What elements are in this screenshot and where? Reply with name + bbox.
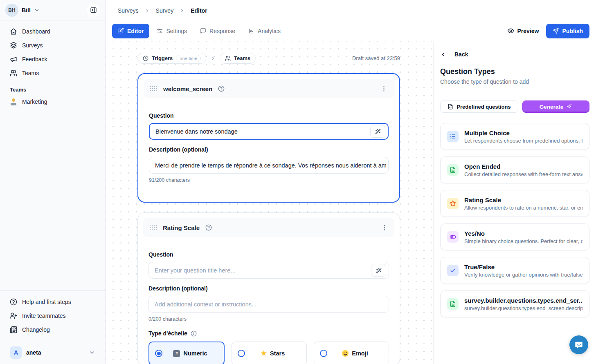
teams-chip[interactable]: Teams: [220, 53, 256, 64]
question-types-panel: Back Question Types Choose the type of q…: [433, 41, 596, 364]
editor-toolbar: Editor Settings Response Analytics Previ…: [106, 21, 596, 41]
tab-analytics[interactable]: Analytics: [243, 24, 286, 38]
eye-icon: [507, 27, 514, 34]
home-icon: [10, 28, 17, 35]
publish-button[interactable]: Publish: [546, 24, 589, 38]
breadcrumb: Surveys Survey Editor: [106, 0, 596, 21]
toggle-icon: [447, 231, 459, 243]
question-input[interactable]: Bienvenue dans notre sondage: [149, 123, 389, 140]
question-type-list: Multiple Choice Let respondents choose f…: [440, 123, 589, 317]
sidebar-item-surveys[interactable]: Surveys: [3, 38, 102, 52]
file-text-icon: [447, 164, 459, 176]
chevron-right-icon: [179, 8, 185, 13]
type-description: Collect detailed responses with free-for…: [464, 171, 583, 177]
tab-response[interactable]: Response: [194, 24, 241, 38]
type-card-open-ended[interactable]: Open Ended Collect detailed responses wi…: [440, 156, 589, 183]
type-description: Simple binary choice questions. Perfect …: [464, 238, 583, 244]
workspace-switcher[interactable]: BH Bill: [0, 0, 105, 20]
question-card-welcome[interactable]: welcome_screen Question Bienvenue dans n…: [137, 73, 400, 203]
card-header[interactable]: welcome_screen: [144, 79, 394, 98]
card-header[interactable]: Rating Scale: [143, 218, 394, 237]
sidebar-item-label: Changelog: [22, 326, 50, 333]
sidebar-item-label: Dashboard: [22, 28, 50, 35]
bar-chart-icon: [248, 28, 254, 34]
scale-option-emoji[interactable]: Emoji: [314, 342, 389, 364]
sidebar-item-label: Feedback: [22, 56, 47, 63]
sidebar-item-dashboard[interactable]: Dashboard: [3, 25, 102, 38]
back-button[interactable]: Back: [440, 51, 589, 58]
workspace-name: Bill: [22, 7, 31, 13]
panel-right-icon: [90, 7, 97, 13]
generate-button[interactable]: Generate: [522, 100, 589, 113]
drag-handle-icon[interactable]: [150, 86, 157, 92]
workspace-avatar: BH: [5, 4, 18, 17]
triggers-chip[interactable]: Triggers one-time: [137, 53, 206, 64]
sidebar-item-invite[interactable]: Invite teammates: [3, 309, 102, 323]
description-input[interactable]: Add additional context or instructions..…: [148, 296, 389, 313]
message-icon: [200, 28, 206, 34]
help-circle-icon[interactable]: [218, 85, 225, 92]
wand-icon: [376, 268, 382, 273]
tab-label: Settings: [166, 28, 187, 34]
type-card-yes-no[interactable]: Yes/No Simple binary choice questions. P…: [440, 223, 589, 250]
kebab-menu-icon[interactable]: [380, 85, 387, 92]
panel-subtitle: Choose the type of question to add: [440, 78, 589, 85]
account-menu[interactable]: A aneta: [3, 341, 102, 364]
sidebar-item-teams[interactable]: Teams: [3, 66, 102, 80]
generate-label: Generate: [540, 104, 564, 110]
type-card-multiple-choice[interactable]: Multiple Choice Let respondents choose f…: [440, 123, 589, 150]
description-input[interactable]: Merci de prendre le temps de répondre à …: [149, 157, 389, 174]
panel-title: Question Types: [440, 67, 589, 76]
layers-icon: [10, 42, 17, 49]
person-laptop-emoji-icon: [10, 98, 17, 105]
newspaper-icon: [10, 326, 17, 333]
predefined-questions-button[interactable]: Predefined questions: [440, 100, 518, 113]
preview-button[interactable]: Preview: [507, 27, 539, 34]
chevron-right-icon: [144, 8, 150, 13]
radio-selected-icon[interactable]: [155, 350, 162, 357]
card-title: Rating Scale: [163, 224, 200, 231]
sidebar-item-label: Surveys: [22, 42, 43, 49]
sidebar-team-marketing[interactable]: Marketing: [3, 94, 102, 109]
question-card-rating[interactable]: Rating Scale Question Enter your questio…: [137, 212, 400, 364]
type-description: Allow respondents to rate on a numeric, …: [464, 205, 583, 211]
scale-option-numeric[interactable]: # Numeric: [148, 342, 225, 364]
tab-editor[interactable]: Editor: [112, 24, 149, 38]
sidebar-footer: Help and first steps Invite teammates Ch…: [0, 290, 105, 364]
radio-icon[interactable]: [320, 350, 327, 357]
teams-chip-label: Teams: [234, 55, 250, 61]
chat-widget-button[interactable]: [569, 335, 588, 354]
scale-option-stars[interactable]: ★ Stars: [232, 342, 307, 364]
hash-keycap-icon: #: [173, 350, 180, 357]
question-input[interactable]: Enter your question title here...: [148, 262, 389, 279]
description-placeholder: Add additional context or instructions..…: [155, 301, 386, 308]
sidebar-item-help[interactable]: Help and first steps: [3, 295, 102, 309]
scale-type-options: # Numeric ★ Stars: [148, 342, 389, 364]
type-card-end-screen[interactable]: survey.builder.questions.types.end_scr..…: [440, 290, 589, 317]
sidebar-item-changelog[interactable]: Changelog: [3, 323, 102, 337]
star-emoji-icon: ★: [261, 350, 267, 357]
type-description: Verify knowledge or gather opinions with…: [464, 272, 583, 278]
sidebar-item-feedback[interactable]: Feedback: [3, 52, 102, 66]
sidebar-collapse-button[interactable]: [87, 4, 100, 17]
info-icon[interactable]: [191, 331, 197, 337]
breadcrumb-surveys[interactable]: Surveys: [118, 7, 139, 14]
tab-label: Editor: [127, 28, 144, 34]
type-card-true-false[interactable]: True/False Verify knowledge or gather op…: [440, 257, 589, 284]
tab-settings[interactable]: Settings: [151, 24, 193, 38]
type-card-rating-scale[interactable]: Rating Scale Allow respondents to rate o…: [440, 190, 589, 217]
file-icon: [448, 104, 453, 109]
radio-icon[interactable]: [238, 350, 245, 357]
magic-wand-button[interactable]: [371, 264, 386, 277]
type-title: Open Ended: [464, 163, 583, 170]
magic-wand-button[interactable]: [370, 125, 385, 138]
breadcrumb-survey[interactable]: Survey: [156, 7, 174, 14]
drag-handle-icon[interactable]: [150, 225, 157, 230]
kebab-menu-icon[interactable]: [381, 224, 388, 231]
scale-option-label: Emoji: [352, 350, 368, 357]
type-description: Let respondents choose from predefined o…: [464, 138, 583, 144]
help-circle-icon[interactable]: [205, 224, 212, 231]
survey-canvas: Triggers one-time Teams Draft saved at 2…: [106, 41, 433, 364]
team-label: Marketing: [22, 98, 47, 105]
user-plus-icon: [10, 312, 17, 319]
